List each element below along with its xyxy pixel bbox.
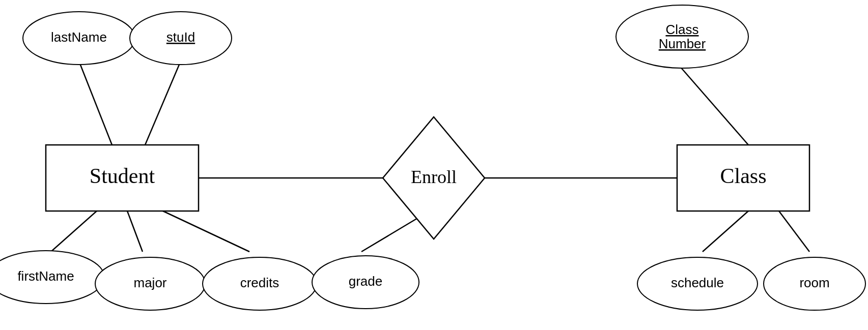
attr-firstname-label: firstName [17, 268, 74, 284]
line-stuid-student [145, 61, 181, 145]
attr-classnumber-label-line2: Number [659, 36, 706, 51]
line-room-class [779, 211, 809, 252]
line-lastname-student [79, 61, 112, 145]
attr-lastname-label: lastName [51, 29, 107, 45]
line-firstname-student [51, 211, 97, 252]
attr-major-label: major [133, 275, 166, 290]
attr-credits-label: credits [240, 275, 279, 290]
attr-room-label: room [799, 275, 829, 290]
entity-class-label: Class [720, 164, 766, 188]
line-classnumber-class [680, 66, 748, 145]
line-credits-student [163, 211, 249, 252]
line-major-student [127, 211, 143, 252]
attr-stuid-label: stuId [166, 29, 195, 45]
line-schedule-class [703, 211, 748, 252]
entity-student-label: Student [90, 164, 155, 188]
attr-grade-label: grade [349, 274, 383, 289]
attr-schedule-label: schedule [671, 275, 724, 290]
attr-classnumber-label-line1: Class [665, 22, 698, 37]
relationship-enroll-label: Enroll [411, 167, 457, 187]
